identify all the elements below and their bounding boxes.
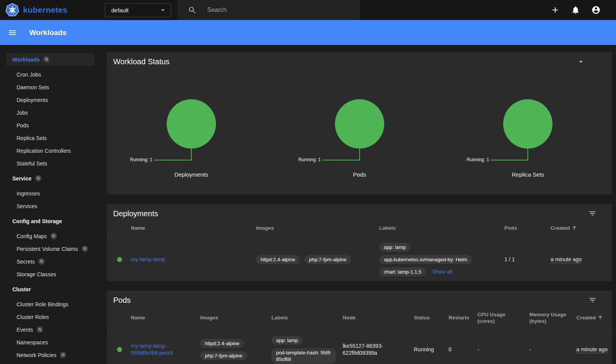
sidebar-item-pods[interactable]: Pods [6,119,95,132]
namespaced-badge: N [35,175,42,182]
collapse-icon[interactable] [577,57,585,66]
filter-icon[interactable] [588,209,597,218]
deployments-pie-chart: Running: 1 Deployments [107,99,275,178]
top-bar: kubernetes default [0,0,616,20]
main-content: Workload Status Running: 1 Deployments R… [101,45,616,364]
chart-title: Deployments [107,171,275,178]
sidebar-item-network-policies[interactable]: Network Policies N [6,349,95,361]
column-status-dot [107,305,131,331]
chart-title: Replica Sets [444,171,612,178]
label-chip: app: lamp [379,243,410,252]
chart-title: Pods [275,171,444,178]
column-images: Images [200,305,271,331]
card-title: Pods [113,296,131,305]
created-timestamp: a minute ago [576,346,608,353]
app-bar: Workloads [0,20,616,45]
sidebar-item-replica-sets[interactable]: Replica Sets [6,132,95,144]
label-chip: app: lamp [271,336,303,345]
filter-icon[interactable] [588,296,597,304]
pie-legend: Running: 1 [130,157,152,162]
namespaced-badge: N [82,245,88,252]
sidebar: Workloads N Cron Jobs Daemon Sets Deploy… [0,45,101,364]
card-title: Deployments [113,209,158,218]
show-all-link[interactable]: Show all [432,269,452,275]
account-icon[interactable] [591,5,601,15]
column-name: Name [131,218,256,238]
column-created-sort[interactable]: Created [551,218,612,238]
sidebar-item-services[interactable]: Services [6,200,95,212]
status-ok-dot [117,347,122,352]
label-chip: pod-template-hash: 5fd985cf68 [271,348,336,364]
brand-name: kubernetes [23,5,67,15]
pie-legend: Running: 1 [298,157,321,162]
create-icon[interactable] [551,5,560,15]
deployment-link[interactable]: my-lamp-lamp [131,256,165,262]
table-row: my-lamp-lamp httpd:2.4-alpine php:7-fpm-… [107,238,612,281]
sidebar-item-daemon-sets[interactable]: Daemon Sets [6,81,95,94]
sidebar-item-cron-jobs[interactable]: Cron Jobs [6,68,95,81]
namespace-selector[interactable]: default [105,3,171,17]
column-status [107,218,131,238]
pods-ratio: 1 / 1 [504,238,551,281]
sidebar-item-secrets[interactable]: Secrets N [6,255,95,268]
namespaced-badge: N [60,352,66,358]
column-labels: Labels [379,218,504,238]
sidebar-item-label: Workloads [12,57,40,63]
sidebar-item-stateful-sets[interactable]: Stateful Sets [6,157,95,170]
column-node: Node [343,305,414,331]
brand: kubernetes [0,3,105,17]
sidebar-item-config-maps[interactable]: Config Maps N [6,230,95,242]
sidebar-item-cluster-role-bindings[interactable]: Cluster Role Bindings [6,298,95,311]
sort-ascending-icon [598,315,603,320]
pods-table: Name Images Labels Node Status Restarts … [107,305,612,364]
column-restarts: Restarts [449,305,477,331]
column-images: Images [256,218,379,238]
sidebar-item-jobs[interactable]: Jobs [6,106,95,119]
chevron-down-icon [158,5,167,15]
replica-sets-pie-chart: Running: 1 Replica Sets [444,99,612,178]
sidebar-item-service[interactable]: Service N [6,172,95,185]
sidebar-item-deployments[interactable]: Deployments [6,94,95,106]
notifications-icon[interactable] [571,5,580,15]
deployments-card: Deployments Name Images Labels Pods Crea… [107,204,612,281]
pod-cpu-usage: - [477,331,529,364]
sidebar-item-cluster[interactable]: Cluster [6,283,95,296]
sidebar-item-persistent-volume-claims[interactable]: Persistent Volume Claims N [6,242,95,255]
column-memory-usage: Memory Usage (bytes) [529,305,576,331]
node-name: lke55127-86393-622f8d09399a [343,343,383,356]
column-created-sort[interactable]: Created [576,305,612,331]
sidebar-item-replication-controllers[interactable]: Replication Controllers [6,144,95,157]
column-pods: Pods [504,218,551,238]
page-title: Workloads [29,28,67,37]
column-name: Name [131,305,200,331]
namespaced-badge: N [37,326,43,333]
image-chip: httpd:2.4-alpine [200,339,244,348]
table-row: my-lamp-lamp-5fd985cf68-jwvz4 httpd:2.4-… [107,331,612,364]
label-chip: chart: lamp-1.1.5 [379,267,426,276]
sidebar-item-config-and-storage[interactable]: Config and Storage [6,215,95,227]
created-timestamp: a minute ago [551,256,582,263]
deployments-table: Name Images Labels Pods Created my-lamp-… [107,218,612,281]
column-status: Status [414,305,449,331]
workload-status-card: Workload Status Running: 1 Deployments R… [107,52,612,194]
column-labels: Labels [271,305,343,331]
label-chip: app.kubernetes.io/managed-by: Helm [379,255,472,264]
pie-running-segment [167,99,216,149]
pod-memory-usage: - [529,331,576,364]
sidebar-item-namespaces[interactable]: Namespaces [6,336,95,349]
sidebar-item-storage-classes[interactable]: Storage Classes [6,268,95,281]
sidebar-item-events[interactable]: Events N [6,323,95,336]
namespaced-badge: N [50,233,57,239]
search-box[interactable] [177,0,360,20]
menu-icon[interactable] [8,28,17,37]
image-chip: httpd:2.4-alpine [256,255,300,264]
image-chip: php:7-fpm-alpine [200,351,247,360]
pod-link[interactable]: my-lamp-lamp-5fd985cf68-jwvz4 [131,343,173,356]
namespaced-badge: N [43,56,50,63]
sidebar-item-ingresses[interactable]: Ingresses [6,187,95,200]
sidebar-item-workloads[interactable]: Workloads N [6,53,95,66]
sidebar-item-cluster-roles[interactable]: Cluster Roles [6,311,95,323]
pie-running-segment [335,99,384,149]
pod-status: Running [414,331,449,364]
search-input[interactable] [207,7,346,13]
